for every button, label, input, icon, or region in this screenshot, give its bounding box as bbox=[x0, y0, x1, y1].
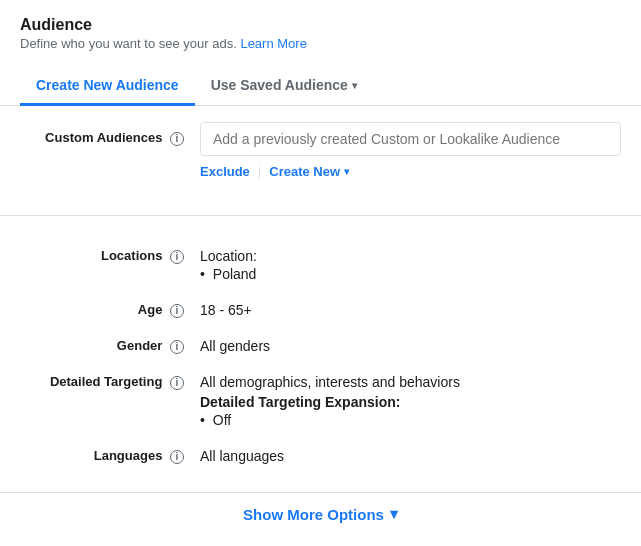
section-divider bbox=[0, 215, 641, 216]
tab-create-new[interactable]: Create New Audience bbox=[20, 67, 195, 106]
create-new-label: Create New bbox=[269, 164, 340, 179]
expansion-value: • Off bbox=[200, 412, 621, 428]
locations-label: Locations i bbox=[20, 240, 200, 264]
exclude-button[interactable]: Exclude bbox=[200, 164, 250, 179]
custom-audiences-row: Custom Audiences i Exclude | Create New … bbox=[20, 122, 621, 179]
custom-audiences-content: Exclude | Create New ▾ bbox=[200, 122, 621, 179]
age-label: Age i bbox=[20, 294, 200, 318]
use-saved-label: Use Saved Audience bbox=[211, 77, 348, 93]
detailed-targeting-info-icon[interactable]: i bbox=[170, 376, 184, 390]
subtitle-text: Define who you want to see your ads. bbox=[20, 36, 240, 51]
languages-content: All languages bbox=[200, 440, 621, 464]
location-type: Location: bbox=[200, 248, 621, 264]
custom-audiences-input[interactable] bbox=[200, 122, 621, 156]
detailed-targeting-row: Detailed Targeting i All demographics, i… bbox=[20, 366, 621, 428]
gender-info-icon[interactable]: i bbox=[170, 340, 184, 354]
detailed-targeting-label: Detailed Targeting i bbox=[20, 366, 200, 390]
age-value: 18 - 65+ bbox=[200, 294, 621, 318]
page-subtitle: Define who you want to see your ads. Lea… bbox=[20, 36, 621, 51]
page-title: Audience bbox=[20, 16, 621, 34]
languages-info-icon[interactable]: i bbox=[170, 450, 184, 464]
chevron-down-icon: ▾ bbox=[352, 80, 357, 91]
age-info-icon[interactable]: i bbox=[170, 304, 184, 318]
languages-value: All languages bbox=[200, 440, 621, 464]
location-country: • Poland bbox=[200, 266, 621, 282]
tabs-row: Create New Audience Use Saved Audience ▾ bbox=[0, 67, 641, 106]
age-content: 18 - 65+ bbox=[200, 294, 621, 318]
exclude-row: Exclude | Create New ▾ bbox=[200, 164, 621, 179]
chevron-down-icon: ▾ bbox=[390, 505, 398, 523]
divider: | bbox=[258, 164, 261, 179]
show-more-label: Show More Options bbox=[243, 506, 384, 523]
create-new-button[interactable]: Create New ▾ bbox=[269, 164, 349, 179]
page-header: Audience Define who you want to see your… bbox=[0, 0, 641, 59]
age-row: Age i 18 - 65+ bbox=[20, 294, 621, 318]
show-more-button[interactable]: Show More Options ▾ bbox=[243, 505, 398, 523]
locations-info-icon[interactable]: i bbox=[170, 250, 184, 264]
locations-section: Locations i Location: • Poland Age i 18 … bbox=[0, 224, 641, 492]
bullet-icon: • bbox=[200, 266, 205, 282]
tab-use-saved[interactable]: Use Saved Audience ▾ bbox=[195, 67, 373, 106]
languages-label: Languages i bbox=[20, 440, 200, 464]
locations-content: Location: • Poland bbox=[200, 240, 621, 282]
custom-audiences-section: Custom Audiences i Exclude | Create New … bbox=[0, 106, 641, 207]
learn-more-link[interactable]: Learn More bbox=[240, 36, 306, 51]
chevron-down-icon: ▾ bbox=[344, 166, 349, 177]
custom-audiences-label: Custom Audiences i bbox=[20, 122, 200, 146]
locations-row: Locations i Location: • Poland bbox=[20, 240, 621, 282]
country-value: Poland bbox=[213, 266, 257, 282]
languages-row: Languages i All languages bbox=[20, 440, 621, 464]
expansion-off: Off bbox=[213, 412, 231, 428]
gender-row: Gender i All genders bbox=[20, 330, 621, 354]
show-more-section: Show More Options ▾ bbox=[0, 492, 641, 535]
gender-value: All genders bbox=[200, 330, 621, 354]
gender-label: Gender i bbox=[20, 330, 200, 354]
custom-audiences-info-icon[interactable]: i bbox=[170, 132, 184, 146]
gender-content: All genders bbox=[200, 330, 621, 354]
expansion-label: Detailed Targeting Expansion: bbox=[200, 394, 621, 410]
detailed-targeting-content: All demographics, interests and behavior… bbox=[200, 366, 621, 428]
bullet-icon: • bbox=[200, 412, 205, 428]
detailed-targeting-value: All demographics, interests and behavior… bbox=[200, 366, 621, 390]
